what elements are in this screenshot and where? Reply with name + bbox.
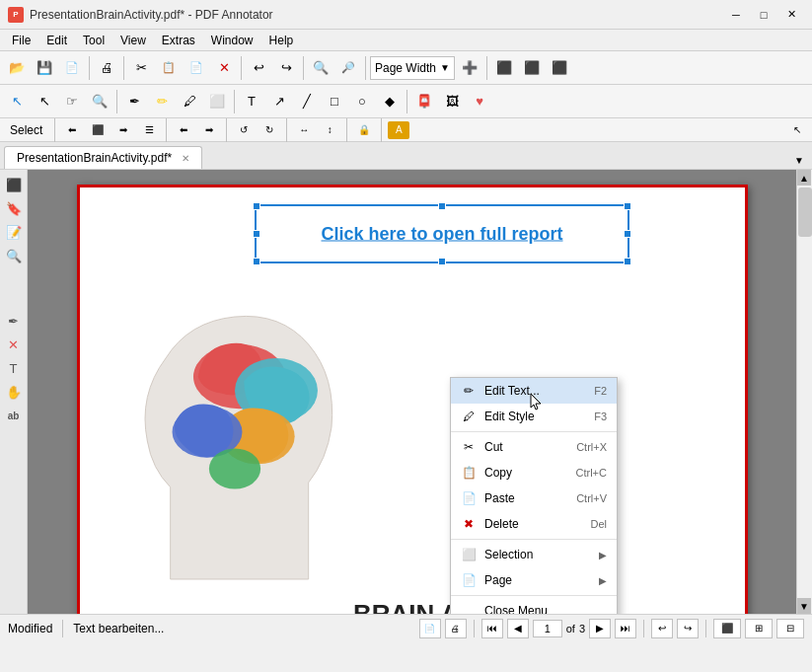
tab-close-icon[interactable]: ✕ bbox=[182, 153, 189, 164]
v-scrollbar[interactable]: ▲ ▼ bbox=[796, 170, 812, 614]
ctx-copy[interactable]: 📋 Copy Ctrl+C bbox=[451, 460, 617, 485]
shape-tool[interactable]: ◆ bbox=[377, 89, 403, 114]
ctx-delete[interactable]: ✖ Delete Del bbox=[451, 511, 617, 537]
align-center[interactable]: ⬛ bbox=[87, 121, 109, 139]
image-tool[interactable]: 🖼 bbox=[439, 89, 465, 114]
annotate-mode[interactable]: A bbox=[388, 121, 409, 139]
handle-middle-left[interactable] bbox=[253, 230, 260, 238]
flip-v[interactable]: ↕ bbox=[319, 121, 340, 139]
sidebar-thumb-icon[interactable]: ⬛ bbox=[3, 174, 25, 195]
ctx-paste[interactable]: 📄 Paste Ctrl+V bbox=[451, 485, 617, 511]
magnify-tool[interactable]: 🔍 bbox=[87, 89, 112, 114]
selected-textbox[interactable]: Click here to open full report bbox=[255, 204, 629, 263]
handle-middle-right[interactable] bbox=[624, 230, 631, 238]
sidebar-annot-icon[interactable]: 📝 bbox=[3, 221, 25, 243]
ctx-page[interactable]: 📄 Page ▶ bbox=[451, 567, 617, 593]
save-button[interactable]: 💾 bbox=[32, 55, 57, 81]
handle-bottom-middle[interactable] bbox=[438, 258, 446, 265]
lock[interactable]: 🔒 bbox=[353, 121, 375, 139]
view-mode-3[interactable]: ⊟ bbox=[776, 619, 804, 638]
view2-button[interactable]: ⬛ bbox=[519, 55, 545, 81]
plus-button[interactable]: ➕ bbox=[457, 55, 482, 81]
rotate-ccw[interactable]: ↺ bbox=[233, 121, 255, 139]
sidebar-marker-icon[interactable]: ✕ bbox=[3, 334, 25, 355]
page-number-input[interactable] bbox=[533, 620, 562, 637]
pen-tool[interactable]: ✒ bbox=[121, 89, 147, 114]
view3-button[interactable]: ⬛ bbox=[547, 55, 572, 81]
stamp-tool[interactable]: 📮 bbox=[411, 89, 437, 114]
indent-left[interactable]: ⬅ bbox=[173, 121, 194, 139]
nav-pdf2-icon[interactable]: 🖨 bbox=[445, 619, 467, 638]
hand-tool[interactable]: ☞ bbox=[59, 89, 85, 114]
view1-button[interactable]: ⬛ bbox=[491, 55, 517, 81]
redo-button[interactable]: ↪ bbox=[273, 55, 299, 81]
arrow-tool[interactable]: ↗ bbox=[266, 89, 292, 114]
handle-top-middle[interactable] bbox=[438, 202, 446, 210]
ctx-edit-text[interactable]: ✏ Edit Text... F2 bbox=[451, 378, 617, 404]
page-width-dropdown[interactable]: Page Width ▼ bbox=[370, 56, 455, 80]
handle-bottom-right[interactable] bbox=[624, 258, 631, 265]
signature-tool[interactable]: ♥ bbox=[467, 89, 492, 114]
minimize-button[interactable]: ─ bbox=[723, 5, 749, 25]
select-tool[interactable]: ↖ bbox=[4, 89, 30, 114]
sidebar-pen-icon[interactable]: ✒ bbox=[3, 310, 25, 332]
menu-tool[interactable]: Tool bbox=[75, 32, 112, 49]
menu-view[interactable]: View bbox=[112, 32, 154, 49]
line-tool[interactable]: ╱ bbox=[294, 89, 320, 114]
ctx-close-menu[interactable]: Close Menu bbox=[451, 598, 617, 614]
nav-last-button[interactable]: ⏭ bbox=[615, 619, 636, 638]
nav-prev-button[interactable]: ◀ bbox=[507, 619, 529, 638]
handle-bottom-left[interactable] bbox=[253, 258, 260, 265]
flip-h[interactable]: ↔ bbox=[293, 121, 315, 139]
oval-tool[interactable]: ○ bbox=[349, 89, 375, 114]
rect-tool[interactable]: □ bbox=[322, 89, 347, 114]
highlight-tool[interactable]: ✏ bbox=[149, 89, 175, 114]
select2-tool[interactable]: ↖ bbox=[32, 89, 57, 114]
nav-next-button[interactable]: ▶ bbox=[589, 619, 611, 638]
undo-button[interactable]: ↩ bbox=[246, 55, 271, 81]
scroll-up-button[interactable]: ▲ bbox=[797, 170, 811, 186]
sidebar-type-icon[interactable]: ab bbox=[3, 405, 25, 426]
paste-button[interactable]: 📄 bbox=[184, 55, 209, 81]
handle-top-right[interactable] bbox=[624, 202, 631, 210]
align-justify[interactable]: ☰ bbox=[138, 121, 160, 139]
menu-file[interactable]: File bbox=[4, 32, 38, 49]
delete-button[interactable]: ✕ bbox=[211, 55, 237, 81]
nav-forward-button[interactable]: ↪ bbox=[677, 619, 699, 638]
document-tab[interactable]: PresentationBrainActivity.pdf* ✕ bbox=[4, 146, 202, 169]
sidebar-hand2-icon[interactable]: ✋ bbox=[3, 381, 25, 403]
copy-button[interactable]: 📋 bbox=[156, 55, 182, 81]
menu-extras[interactable]: Extras bbox=[154, 32, 203, 49]
cut-button[interactable]: ✂ bbox=[128, 55, 154, 81]
view-mode-1[interactable]: ⬛ bbox=[713, 619, 741, 638]
scroll-down-button[interactable]: ▼ bbox=[797, 598, 811, 614]
ctx-selection[interactable]: ⬜ Selection ▶ bbox=[451, 542, 617, 567]
menu-window[interactable]: Window bbox=[203, 32, 261, 49]
nav-back-button[interactable]: ↩ bbox=[651, 619, 673, 638]
cursor-tool[interactable]: ↖ bbox=[786, 121, 808, 139]
indent-right[interactable]: ➡ bbox=[198, 121, 220, 139]
align-right[interactable]: ➡ bbox=[112, 121, 134, 139]
tab-scroll-icon[interactable]: ▼ bbox=[790, 151, 808, 169]
save-alt-button[interactable]: 📄 bbox=[59, 55, 85, 81]
sidebar-text-icon[interactable]: T bbox=[3, 357, 25, 379]
menu-help[interactable]: Help bbox=[261, 32, 302, 49]
print-button[interactable]: 🖨 bbox=[94, 55, 119, 81]
marker-tool[interactable]: 🖊 bbox=[177, 89, 202, 114]
nav-pdf-icon[interactable]: 📄 bbox=[419, 619, 441, 638]
sidebar-search-icon[interactable]: 🔍 bbox=[3, 245, 25, 266]
ctx-cut[interactable]: ✂ Cut Ctrl+X bbox=[451, 434, 617, 460]
rotate-cw[interactable]: ↻ bbox=[258, 121, 280, 139]
maximize-button[interactable]: □ bbox=[751, 5, 776, 25]
view-mode-2[interactable]: ⊞ bbox=[745, 619, 773, 638]
menu-edit[interactable]: Edit bbox=[38, 32, 75, 49]
handle-top-left[interactable] bbox=[253, 202, 260, 210]
close-button[interactable]: ✕ bbox=[778, 5, 804, 25]
search-button[interactable]: 🔍 bbox=[308, 55, 333, 81]
search2-button[interactable]: 🔎 bbox=[335, 55, 361, 81]
nav-first-button[interactable]: ⏮ bbox=[481, 619, 503, 638]
text-tool[interactable]: T bbox=[239, 89, 264, 114]
link-text[interactable]: Click here to open full report bbox=[321, 224, 562, 245]
align-left[interactable]: ⬅ bbox=[61, 121, 83, 139]
eraser-tool[interactable]: ⬜ bbox=[204, 89, 230, 114]
